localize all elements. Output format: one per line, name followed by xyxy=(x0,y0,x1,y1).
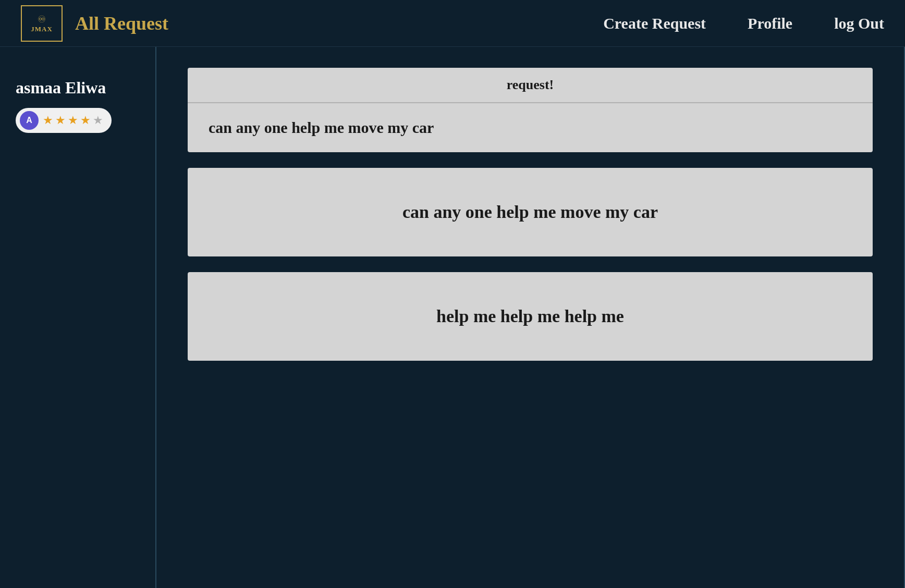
logout-link[interactable]: log Out xyxy=(834,15,884,32)
star-4: ★ xyxy=(80,114,91,127)
stars: ★ ★ ★ ★ ★ xyxy=(43,114,103,127)
star-5: ★ xyxy=(93,114,103,127)
nav-links: Create Request Profile log Out xyxy=(603,15,884,32)
request-card-1-header: request! xyxy=(188,68,873,103)
user-name: asmaa Eliwa xyxy=(16,78,106,97)
request-card-1-text: can any one help me move my car xyxy=(209,119,434,136)
star-3: ★ xyxy=(68,114,78,127)
main-content: asmaa Eliwa A ★ ★ ★ ★ ★ request! can any… xyxy=(0,47,905,588)
rating-container: A ★ ★ ★ ★ ★ xyxy=(16,108,112,133)
star-1: ★ xyxy=(43,114,53,127)
avatar: A xyxy=(20,111,39,130)
content-area: request! can any one help me move my car… xyxy=(156,47,904,588)
header: ♾ JMAX All Request Create Request Profil… xyxy=(0,0,905,47)
request-card-1[interactable]: request! can any one help me move my car xyxy=(188,68,873,152)
sidebar: asmaa Eliwa A ★ ★ ★ ★ ★ xyxy=(0,47,156,588)
request-card-1-body: can any one help me move my car xyxy=(188,103,873,152)
logo-text: JMAX xyxy=(31,25,53,33)
request-card-3-text: help me help me help me xyxy=(436,307,624,326)
profile-link[interactable]: Profile xyxy=(748,15,792,32)
request-card-1-title: request! xyxy=(507,77,554,92)
logo-icon: ♾ xyxy=(38,14,46,25)
logo: ♾ JMAX xyxy=(21,5,63,42)
request-card-2[interactable]: can any one help me move my car xyxy=(188,168,873,256)
request-card-3[interactable]: help me help me help me xyxy=(188,272,873,361)
create-request-link[interactable]: Create Request xyxy=(603,15,706,32)
star-2: ★ xyxy=(55,114,66,127)
nav-title: All Request xyxy=(75,13,168,34)
request-card-2-text: can any one help me move my car xyxy=(402,202,658,222)
